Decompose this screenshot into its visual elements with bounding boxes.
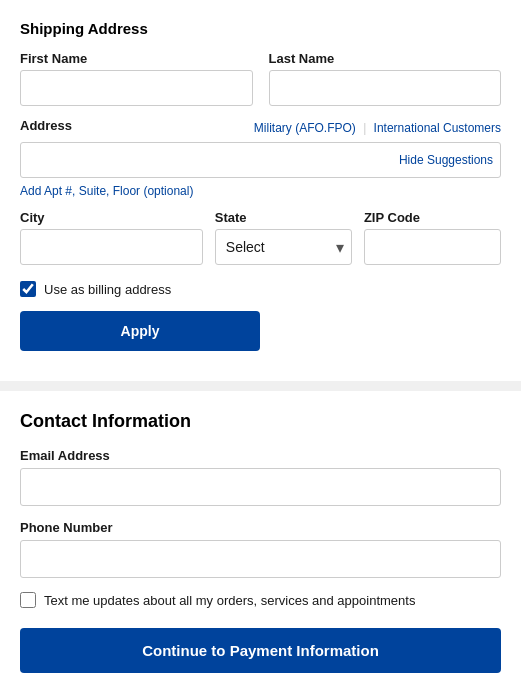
shipping-address-title: Shipping Address: [20, 20, 501, 37]
text-updates-checkbox[interactable]: [20, 592, 36, 608]
phone-input[interactable]: [20, 540, 501, 578]
name-row: First Name Last Name: [20, 51, 501, 106]
email-input[interactable]: [20, 468, 501, 506]
hide-suggestions-button[interactable]: Hide Suggestions: [399, 153, 493, 167]
address-header-row: Address Military (AFO.FPO) | Internation…: [20, 118, 501, 138]
zip-label: ZIP Code: [364, 210, 501, 225]
text-updates-row: Text me updates about all my orders, ser…: [20, 592, 501, 608]
address-input-wrapper: Hide Suggestions: [20, 142, 501, 178]
last-name-label: Last Name: [269, 51, 502, 66]
military-link[interactable]: Military (AFO.FPO): [254, 121, 356, 135]
city-group: City: [20, 210, 203, 265]
billing-checkbox-label[interactable]: Use as billing address: [44, 282, 171, 297]
zip-input[interactable]: [364, 229, 501, 265]
billing-checkbox[interactable]: [20, 281, 36, 297]
phone-label: Phone Number: [20, 520, 501, 535]
add-apt-link[interactable]: Add Apt #, Suite, Floor (optional): [20, 184, 193, 198]
first-name-label: First Name: [20, 51, 253, 66]
zip-group: ZIP Code: [364, 210, 501, 265]
last-name-group: Last Name: [269, 51, 502, 106]
address-label: Address: [20, 118, 72, 133]
link-separator: |: [363, 121, 369, 135]
city-input[interactable]: [20, 229, 203, 265]
address-links: Military (AFO.FPO) | International Custo…: [254, 121, 501, 135]
phone-group: Phone Number: [20, 520, 501, 578]
shipping-address-section: Shipping Address First Name Last Name Ad…: [0, 0, 521, 381]
contact-information-title: Contact Information: [20, 411, 501, 432]
billing-checkbox-row: Use as billing address: [20, 281, 501, 297]
email-label: Email Address: [20, 448, 501, 463]
state-label: State: [215, 210, 352, 225]
last-name-input[interactable]: [269, 70, 502, 106]
email-group: Email Address: [20, 448, 501, 506]
state-group: State Select AL AK AZ CA CO CT FL GA HI …: [215, 210, 352, 265]
contact-information-section: Contact Information Email Address Phone …: [0, 391, 521, 696]
first-name-input[interactable]: [20, 70, 253, 106]
state-select[interactable]: Select AL AK AZ CA CO CT FL GA HI NY TX: [215, 229, 352, 265]
state-select-wrapper: Select AL AK AZ CA CO CT FL GA HI NY TX …: [215, 229, 352, 265]
text-updates-label[interactable]: Text me updates about all my orders, ser…: [44, 593, 415, 608]
international-link[interactable]: International Customers: [374, 121, 501, 135]
continue-button[interactable]: Continue to Payment Information: [20, 628, 501, 673]
first-name-group: First Name: [20, 51, 253, 106]
city-state-zip-row: City State Select AL AK AZ CA CO CT FL G…: [20, 210, 501, 265]
apply-button[interactable]: Apply: [20, 311, 260, 351]
city-label: City: [20, 210, 203, 225]
